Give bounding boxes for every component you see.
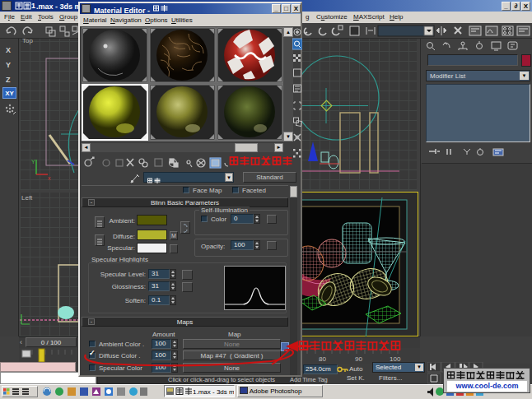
svg-text:1: 1	[31, 2, 35, 10]
svg-text:Y: Y	[31, 159, 35, 165]
svg-text:80: 80	[319, 355, 326, 363]
svg-text:x: x	[48, 175, 51, 181]
svg-text:90: 90	[355, 355, 362, 363]
